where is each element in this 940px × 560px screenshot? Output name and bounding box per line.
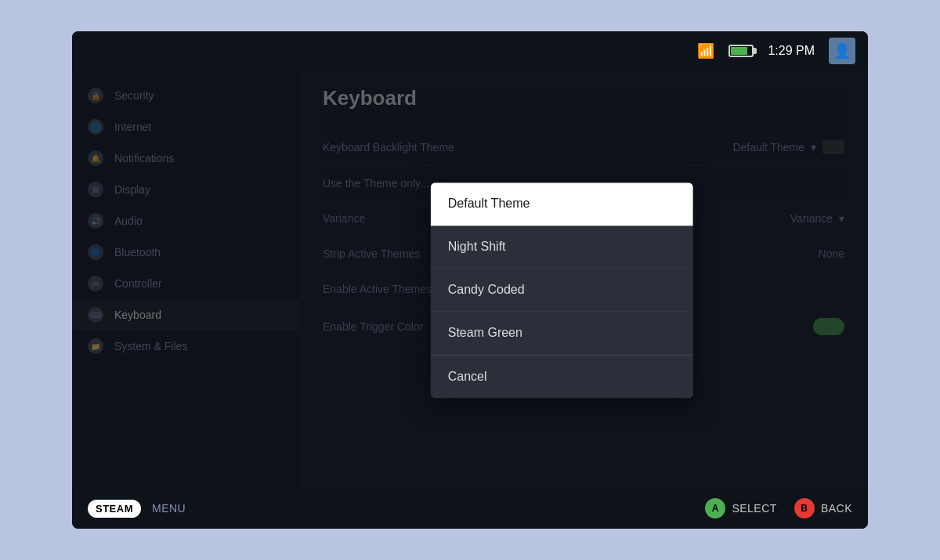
dropdown-label-candy: Candy Coded bbox=[448, 283, 525, 297]
btn-b-circle[interactable]: B bbox=[794, 498, 815, 518]
dropdown-label-cancel: Cancel bbox=[448, 370, 487, 384]
dropdown-item-default[interactable]: Default Theme bbox=[431, 182, 693, 226]
avatar: 👤 bbox=[829, 38, 855, 64]
dropdown-item-nightshift[interactable]: Night Shift bbox=[431, 226, 693, 269]
theme-dropdown-menu: Default Theme Night Shift Candy Coded St… bbox=[431, 182, 693, 398]
menu-label: MENU bbox=[152, 502, 186, 515]
main-content: 🔒 Security 🌐 Internet 🔔 Notifications 🖥 … bbox=[72, 70, 868, 488]
dropdown-label-default: Default Theme bbox=[448, 197, 530, 211]
dropdown-label-nightshift: Night Shift bbox=[448, 240, 506, 254]
dropdown-item-cancel[interactable]: Cancel bbox=[431, 355, 693, 398]
dropdown-item-candy[interactable]: Candy Coded bbox=[431, 269, 693, 312]
top-bar: 📶 1:29 PM 👤 bbox=[72, 31, 868, 70]
wifi-icon: 📶 bbox=[697, 42, 714, 60]
battery-icon bbox=[728, 45, 754, 57]
bottom-right-controls: A SELECT B BACK bbox=[705, 498, 852, 518]
btn-a-circle[interactable]: A bbox=[705, 498, 725, 518]
battery-fill bbox=[731, 47, 747, 55]
status-icons: 📶 1:29 PM 👤 bbox=[697, 38, 855, 64]
time-display: 1:29 PM bbox=[768, 44, 815, 58]
select-label: SELECT bbox=[732, 502, 776, 515]
back-control: B BACK bbox=[794, 498, 852, 518]
dropdown-label-steamgreen: Steam Green bbox=[448, 326, 522, 340]
modal-overlay: Default Theme Night Shift Candy Coded St… bbox=[72, 70, 868, 488]
bottom-left-controls: STEAM MENU bbox=[88, 500, 186, 518]
dropdown-item-steamgreen[interactable]: Steam Green bbox=[431, 312, 693, 355]
steam-badge[interactable]: STEAM bbox=[88, 500, 141, 518]
select-control: A SELECT bbox=[705, 498, 776, 518]
bottom-bar: STEAM MENU A SELECT B BACK bbox=[72, 488, 868, 529]
back-label: BACK bbox=[821, 502, 852, 515]
steam-window: 📶 1:29 PM 👤 🔒 Security 🌐 Internet 🔔 Noti… bbox=[72, 31, 868, 529]
